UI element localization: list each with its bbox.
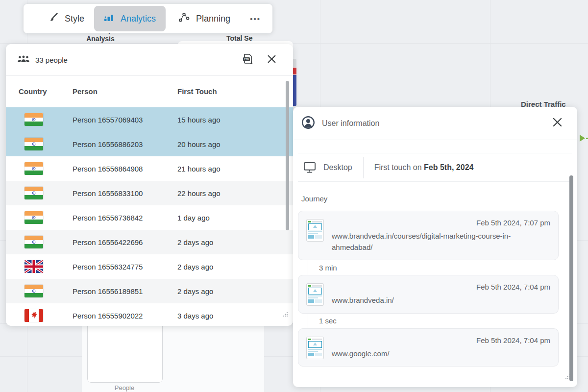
person-name: Person 16556189851 bbox=[73, 287, 177, 295]
journey-url: www.brandveda.in/courses/digital-marketi… bbox=[332, 231, 550, 253]
column-header-first-touch: First Touch bbox=[177, 87, 217, 96]
person-row[interactable]: Person 16556422696 2 days ago bbox=[6, 230, 293, 254]
first-touch-value: 1 day ago bbox=[177, 214, 210, 222]
first-touch-value: 3 days ago bbox=[177, 312, 213, 320]
user-info-title: User information bbox=[322, 119, 379, 128]
flag-ca-icon bbox=[24, 309, 43, 322]
person-name: Person 16556864908 bbox=[73, 165, 177, 173]
svg-text:CSV: CSV bbox=[244, 57, 249, 60]
journey-timestamp: Feb 5th 2024, 7:04 pm bbox=[332, 336, 550, 344]
first-touch-value: 15 hours ago bbox=[177, 116, 220, 124]
close-icon bbox=[267, 54, 276, 66]
tab-analytics-label: Analytics bbox=[121, 14, 156, 24]
close-user-info-button[interactable] bbox=[552, 117, 563, 129]
journey-url: www.google.com/ bbox=[332, 348, 550, 360]
device-label: Desktop bbox=[323, 163, 352, 172]
person-row[interactable]: Person 16556189851 2 days ago bbox=[6, 279, 293, 303]
column-header-country: Country bbox=[19, 87, 73, 96]
person-name: Person 16556736842 bbox=[73, 214, 177, 222]
person-row[interactable]: Person 16556833100 22 hours ago bbox=[6, 181, 293, 205]
user-panel-scrollbar[interactable] bbox=[569, 175, 573, 381]
flow-dash bbox=[586, 138, 588, 139]
person-row[interactable]: Person 16555902022 3 days ago bbox=[6, 303, 293, 326]
journey-duration-gap: 1 sec bbox=[308, 314, 559, 328]
person-name: Person 16557069403 bbox=[73, 116, 177, 124]
person-name: Person 16556886203 bbox=[73, 140, 177, 148]
resize-handle-icon[interactable] bbox=[283, 310, 288, 319]
first-touch-value: 20 hours ago bbox=[177, 140, 220, 148]
grid-line bbox=[0, 43, 588, 44]
people-panel-scrollbar[interactable] bbox=[286, 81, 289, 230]
tab-style[interactable]: Style bbox=[38, 6, 94, 31]
person-row[interactable]: Person 16557069403 15 hours ago bbox=[6, 107, 293, 132]
person-row[interactable]: Person 16556736842 1 day ago bbox=[6, 205, 293, 230]
people-panel: 33 people CSV Country Person First Touch bbox=[6, 44, 293, 326]
first-touch-value: 22 hours ago bbox=[177, 189, 220, 197]
close-icon bbox=[552, 117, 563, 129]
user-info-panel: User information Desktop First touch on … bbox=[293, 107, 577, 387]
person-name: Person 16556833100 bbox=[73, 189, 177, 197]
flag-in-icon bbox=[24, 187, 43, 199]
brush-icon bbox=[48, 12, 58, 25]
first-touch-value: 2 days ago bbox=[177, 263, 213, 271]
toolbar: Style Analytics Planning ••• bbox=[24, 4, 272, 33]
first-touch-value: 2 days ago bbox=[177, 238, 213, 246]
person-name: Person 16556324775 bbox=[73, 263, 177, 271]
webpage-thumbnail-icon bbox=[306, 337, 324, 359]
flag-in-icon bbox=[24, 113, 43, 126]
tab-analytics[interactable]: Analytics bbox=[94, 6, 166, 31]
user-info-header: User information bbox=[293, 107, 577, 140]
people-icon bbox=[18, 55, 29, 65]
people-count: 33 people bbox=[35, 56, 68, 64]
first-touch-value: 2 days ago bbox=[177, 287, 213, 295]
first-touch-date: Feb 5th, 2024 bbox=[424, 163, 473, 172]
flag-in-icon bbox=[24, 138, 43, 150]
journey-step-card[interactable]: Feb 5th 2024, 7:07 pm www.brandveda.in/c… bbox=[298, 211, 559, 260]
journey-timestamp: Feb 5th 2024, 7:07 pm bbox=[332, 219, 550, 227]
tab-planning-label: Planning bbox=[196, 14, 230, 24]
people-table-body: Person 16557069403 15 hours ago Person 1… bbox=[6, 107, 293, 326]
people-chart-label: People bbox=[87, 384, 162, 392]
webpage-thumbnail-icon bbox=[306, 283, 324, 306]
divider bbox=[363, 157, 364, 178]
journey-duration-gap: 3 min bbox=[308, 260, 559, 275]
flag-in-icon bbox=[24, 162, 43, 175]
route-icon bbox=[178, 12, 190, 25]
person-row[interactable]: Person 16556324775 2 days ago bbox=[6, 254, 293, 279]
export-csv-button[interactable]: CSV bbox=[241, 52, 254, 68]
column-header-person: Person bbox=[73, 87, 177, 96]
device-row: Desktop First touch on Feb 5th, 2024 bbox=[298, 153, 572, 182]
journey-step-card[interactable]: Feb 5th 2024, 7:04 pm www.brandveda.in/ bbox=[298, 275, 559, 314]
journey-timestamp: Feb 5th 2024, 7:04 pm bbox=[332, 283, 550, 291]
people-panel-header: 33 people CSV bbox=[6, 44, 293, 76]
person-name: Person 16556422696 bbox=[73, 238, 177, 246]
flag-gb-icon bbox=[24, 260, 43, 273]
flag-in-icon bbox=[24, 285, 43, 297]
bar-chart-icon bbox=[104, 13, 114, 24]
flag-in-icon bbox=[24, 211, 43, 224]
flow-arrow-icon bbox=[580, 135, 585, 142]
user-circle-icon bbox=[301, 116, 315, 131]
more-options-button[interactable]: ••• bbox=[250, 15, 261, 23]
journey-list: Feb 5th 2024, 7:07 pm www.brandveda.in/c… bbox=[298, 211, 559, 367]
person-row[interactable]: Person 16556886203 20 hours ago bbox=[6, 132, 293, 156]
close-people-panel-button[interactable] bbox=[267, 54, 276, 66]
journey-label: Journey bbox=[301, 195, 327, 203]
first-touch-text: First touch on Feb 5th, 2024 bbox=[374, 163, 474, 172]
first-touch-value: 21 hours ago bbox=[177, 165, 220, 173]
resize-handle-icon[interactable] bbox=[565, 372, 570, 381]
flag-in-icon bbox=[24, 236, 43, 248]
journey-step-card[interactable]: Feb 5th 2024, 7:04 pm www.google.com/ bbox=[298, 328, 559, 367]
desktop-monitor-icon bbox=[303, 161, 317, 173]
tab-planning[interactable]: Planning bbox=[169, 6, 240, 31]
tab-style-label: Style bbox=[65, 14, 84, 24]
csv-download-icon: CSV bbox=[241, 52, 254, 68]
person-name: Person 16555902022 bbox=[73, 312, 177, 320]
table-header-row: Country Person First Touch bbox=[6, 76, 293, 107]
webpage-thumbnail-icon bbox=[306, 219, 324, 242]
person-row[interactable]: Person 16556864908 21 hours ago bbox=[6, 156, 293, 181]
journey-url: www.brandveda.in/ bbox=[332, 295, 550, 306]
